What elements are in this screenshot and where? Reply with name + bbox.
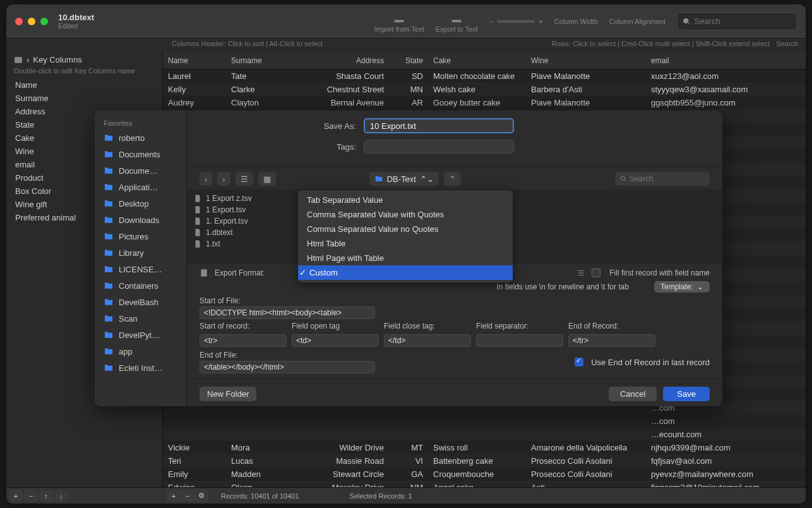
location-dropdown[interactable]: DB-Text ⌃⌄ — [369, 172, 439, 186]
column-header[interactable]: Cake — [428, 54, 526, 67]
dialog-search[interactable] — [615, 172, 710, 186]
column-header[interactable]: email — [646, 54, 785, 67]
field-sep-input[interactable] — [476, 334, 563, 347]
table-cell: Chestnut Street — [302, 83, 397, 95]
format-option-csv-noquotes[interactable]: Comma Separated Value no Quotes — [298, 222, 513, 236]
table-row[interactable]: KellyClarkeChestnut StreetMNWelsh cakeBa… — [163, 83, 806, 96]
table-row[interactable]: …ecount.com — [163, 428, 806, 441]
column-header[interactable]: Wine — [526, 54, 646, 67]
fill-first-checkbox[interactable] — [592, 269, 600, 277]
template-dropdown[interactable]: Template: ⌄ — [654, 281, 710, 293]
favorite-item[interactable]: Scan — [95, 310, 186, 327]
end-rec-input[interactable] — [568, 334, 655, 347]
favorite-item[interactable]: Pictures — [95, 228, 186, 245]
minimize-window-button[interactable] — [28, 18, 35, 25]
save-button[interactable]: Save — [663, 387, 710, 401]
table-cell — [302, 428, 397, 440]
add-row-button[interactable]: + — [167, 490, 181, 502]
table-cell — [397, 428, 428, 440]
table-cell: Piave Malanotte — [526, 97, 646, 109]
favorite-item[interactable]: Desktop — [95, 195, 186, 212]
folder-icon — [104, 149, 114, 159]
end-file-label: End of File: — [200, 351, 375, 360]
column-align-label[interactable]: Column Alignment — [609, 18, 666, 25]
collapse-button[interactable]: ⌃ — [444, 172, 461, 186]
import-text-button[interactable]: Import from Text — [374, 10, 424, 33]
favorite-item[interactable]: DevelBash — [95, 294, 186, 310]
table-cell: Clayton — [226, 97, 302, 109]
add-button[interactable]: + — [9, 490, 23, 502]
file-item[interactable]: 1 Export.tsv — [187, 204, 306, 215]
up-button[interactable]: ↑ — [39, 490, 53, 502]
close-window-button[interactable] — [15, 18, 23, 25]
table-cell: Olsen — [226, 481, 302, 487]
forward-button[interactable]: › — [217, 172, 230, 186]
down-button[interactable]: ↓ — [54, 490, 68, 502]
format-option-html-table[interactable]: Html Table — [298, 236, 513, 251]
favorite-item[interactable]: LICENSE… — [95, 261, 186, 277]
field-item[interactable]: Name — [6, 78, 162, 92]
file-item[interactable]: 1 Export z.tsv — [187, 193, 306, 204]
favorite-item[interactable]: DevelPyt… — [95, 327, 186, 343]
start-rec-input[interactable] — [200, 334, 287, 347]
table-row[interactable]: EdwinaOlsenMoseley DriveNMAngel cakeAsti… — [163, 481, 806, 487]
sidebar-icon[interactable] — [14, 56, 23, 64]
field-open-input[interactable] — [292, 334, 379, 347]
view-columns-button[interactable]: ☰ — [236, 172, 253, 186]
search-input[interactable] — [695, 16, 792, 26]
use-end-checkbox[interactable] — [575, 358, 583, 366]
cancel-button[interactable]: Cancel — [609, 387, 657, 401]
remove-button[interactable]: − — [24, 490, 38, 502]
table-row[interactable]: …com — [163, 414, 806, 428]
table-row[interactable]: TeriLucasMassie RoadVIBattenberg cakePro… — [163, 454, 806, 468]
favorite-item[interactable]: Docume… — [95, 162, 186, 179]
file-item[interactable]: 1.dbtext — [187, 227, 306, 238]
field-item[interactable]: Surname — [6, 92, 162, 105]
maximize-window-button[interactable] — [40, 18, 48, 25]
column-header[interactable]: Surname — [226, 54, 302, 67]
favorite-item[interactable]: Library — [95, 245, 186, 261]
column-header[interactable]: State — [397, 54, 428, 67]
column-width-control[interactable]: −+ — [489, 18, 543, 25]
favorite-item[interactable]: roberto — [95, 130, 186, 146]
remove-row-button[interactable]: − — [181, 490, 194, 502]
rows-hint: Rows: Click to select | Cmd-Click multi … — [552, 40, 770, 47]
export-text-button[interactable]: Export to Text — [436, 10, 478, 33]
format-option-custom[interactable]: Custom — [298, 265, 513, 280]
table-row[interactable]: VickieMoraWilder DriveMTSwiss rollAmaron… — [163, 441, 806, 454]
table-row[interactable]: EmilyMaddenStewart CircleGACroquembouche… — [163, 468, 806, 481]
back-button[interactable]: ‹ — [200, 172, 212, 186]
folder-icon — [104, 346, 114, 356]
file-item[interactable]: 1.txt — [187, 238, 306, 250]
format-option-tsv[interactable]: Tab Separated Value — [298, 193, 513, 207]
favorite-item[interactable]: Documents — [95, 146, 186, 162]
table-cell: Gooey butter cake — [428, 97, 526, 109]
folder-icon — [104, 297, 114, 307]
format-option-html-page[interactable]: Html Page with Table — [298, 251, 513, 265]
start-file-input[interactable] — [200, 306, 375, 319]
favorite-item[interactable]: Ecleti Inst… — [95, 360, 186, 376]
table-cell: Teri — [163, 455, 226, 467]
column-header[interactable]: Name — [163, 54, 226, 67]
dialog-search-input[interactable] — [630, 174, 705, 183]
column-header[interactable]: Address — [302, 54, 397, 67]
new-folder-button[interactable]: New Folder — [200, 387, 256, 401]
file-item[interactable]: 1. Export.tsv — [187, 215, 306, 227]
saveas-input[interactable] — [364, 118, 514, 133]
search-field[interactable] — [677, 13, 797, 30]
favorite-item[interactable]: Containers — [95, 277, 186, 294]
end-file-input[interactable] — [200, 361, 375, 373]
field-close-input[interactable] — [384, 334, 471, 347]
table-row[interactable]: AudreyClaytonBernal AvenueARGooey butter… — [163, 96, 806, 109]
format-option-csv-quotes[interactable]: Comma Separated Value with Quotes — [298, 207, 513, 222]
favorite-item[interactable]: Applicati… — [95, 179, 186, 195]
table-cell: Prosecco Colli Asolani — [526, 455, 646, 467]
gear-button[interactable]: ⚙ — [194, 490, 208, 502]
tags-input[interactable] — [364, 140, 514, 154]
favorite-item[interactable]: app — [95, 343, 186, 360]
view-grid-button[interactable]: ▦ — [258, 172, 276, 186]
breadcrumb-label[interactable]: Key Columns — [33, 55, 81, 64]
start-file-label: Start of File: — [200, 296, 375, 305]
table-row[interactable]: LaurelTateShasta CourtSDMolten chocolate… — [163, 70, 806, 83]
favorite-item[interactable]: Downloads — [95, 212, 186, 228]
